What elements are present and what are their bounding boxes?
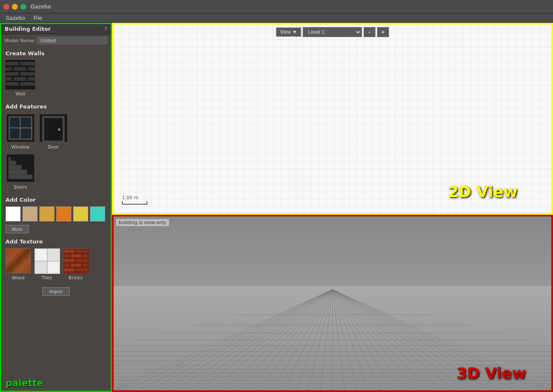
svg-rect-35 [48, 249, 60, 261]
svg-rect-45 [76, 259, 88, 262]
texture-bricks[interactable]: Bricks [63, 248, 88, 281]
create-walls-section: Wall [1, 58, 111, 100]
view-label: View [280, 29, 291, 35]
wood-label: Wood [12, 275, 25, 281]
panel-title: Building Editor [5, 26, 51, 32]
svg-rect-39 [64, 249, 75, 253]
view-dropdown-button[interactable]: View ▼ [276, 27, 301, 37]
svg-rect-28 [8, 165, 22, 170]
menubar: Gazebo File [0, 14, 553, 23]
color-gold[interactable] [39, 206, 54, 222]
stairs-icon [5, 153, 35, 183]
window-item[interactable]: Window [5, 113, 35, 150]
color-orange[interactable] [56, 206, 71, 222]
wood-texture-icon [5, 248, 31, 273]
svg-rect-44 [64, 259, 75, 262]
svg-rect-29 [8, 161, 16, 165]
window-controls [3, 4, 26, 10]
door-item[interactable]: Door [38, 113, 68, 150]
texture-tiles[interactable]: Tiles [34, 248, 60, 281]
svg-rect-46 [64, 263, 70, 267]
palette-label: palette [1, 375, 111, 391]
add-texture-section: Wood Tiles [1, 246, 111, 284]
color-yellow[interactable] [73, 206, 88, 222]
color-swatches [1, 205, 111, 223]
view-2d: View ▼ Level 1 - + 1.00 m 2D View [112, 23, 553, 215]
help-button[interactable]: ? [104, 26, 107, 32]
svg-rect-43 [82, 254, 88, 258]
svg-rect-9 [13, 77, 27, 81]
svg-rect-42 [71, 254, 82, 258]
bricks-label: Bricks [68, 275, 82, 281]
more-colors-button[interactable]: More [5, 225, 29, 233]
2d-view-label: 2D View [448, 183, 518, 200]
menu-file[interactable]: File [29, 14, 46, 22]
svg-rect-20 [22, 129, 30, 138]
svg-rect-27 [8, 170, 27, 175]
main-layout: Building Editor ? Model Name: Create Wal… [0, 23, 553, 392]
svg-rect-40 [76, 249, 88, 253]
add-color-title: Add Color [1, 193, 111, 205]
svg-rect-8 [5, 77, 12, 81]
wall-item[interactable]: Wall [5, 60, 35, 97]
add-texture-title: Add Texture [1, 235, 111, 246]
svg-rect-2 [20, 62, 35, 66]
close-button[interactable] [3, 4, 9, 10]
svg-rect-18 [22, 118, 30, 127]
svg-rect-11 [5, 82, 19, 86]
view-3d: building is view-only 3D View ⤡ [112, 215, 553, 392]
svg-rect-1 [5, 62, 19, 66]
model-name-input[interactable] [37, 37, 107, 44]
tiles-texture-icon [34, 248, 60, 273]
minimize-button[interactable] [12, 4, 18, 10]
svg-rect-36 [35, 262, 47, 273]
level-select[interactable]: Level 1 [302, 27, 362, 37]
svg-rect-6 [5, 72, 19, 76]
svg-rect-7 [20, 72, 35, 76]
door-icon [38, 113, 68, 143]
window-label: Window [11, 144, 29, 150]
color-teal[interactable] [90, 206, 105, 222]
bricks-texture-icon [63, 248, 88, 273]
scale-line [122, 201, 147, 205]
svg-rect-47 [71, 263, 82, 267]
svg-rect-5 [27, 67, 35, 71]
window-title: Gazebo [30, 3, 51, 10]
svg-rect-12 [20, 82, 35, 86]
tiles-label: Tiles [42, 275, 52, 281]
wall-icon [5, 60, 35, 89]
zoom-plus-button[interactable]: + [377, 27, 389, 37]
window-icon [5, 113, 35, 143]
color-white[interactable] [5, 206, 21, 222]
texture-wood[interactable]: Wood [5, 248, 31, 281]
svg-rect-37 [48, 262, 60, 273]
import-button[interactable]: Import [42, 287, 70, 296]
left-panel: Building Editor ? Model Name: Create Wal… [0, 23, 112, 392]
color-tan[interactable] [22, 206, 38, 222]
zoom-minus-button[interactable]: - [363, 27, 375, 37]
titlebar: Gazebo [0, 0, 553, 14]
stairs-label: Stairs [14, 184, 27, 190]
view-only-badge: building is view-only [116, 219, 169, 226]
svg-rect-26 [8, 175, 33, 179]
menu-gazebo[interactable]: Gazebo [2, 14, 29, 22]
scale-label: 1.00 m [122, 195, 139, 200]
add-features-title: Add Features [1, 100, 111, 111]
svg-rect-41 [64, 254, 70, 258]
resize-handle[interactable]: ⤡ [545, 384, 550, 389]
svg-rect-10 [27, 77, 35, 81]
wall-label: Wall [15, 91, 25, 97]
door-label: Door [48, 144, 59, 150]
svg-rect-17 [11, 118, 19, 127]
panel-header: Building Editor ? [1, 24, 111, 34]
svg-point-24 [58, 128, 60, 131]
add-features-section: Window Door [1, 111, 111, 153]
right-area: View ▼ Level 1 - + 1.00 m 2D View buildi… [112, 23, 553, 392]
stairs-item[interactable]: Stairs [5, 153, 35, 190]
svg-rect-4 [13, 67, 27, 71]
maximize-button[interactable] [20, 4, 26, 10]
model-name-label: Model Name: [5, 38, 35, 43]
create-walls-title: Create Walls [1, 47, 111, 58]
svg-rect-19 [11, 129, 19, 138]
svg-rect-50 [76, 268, 88, 272]
